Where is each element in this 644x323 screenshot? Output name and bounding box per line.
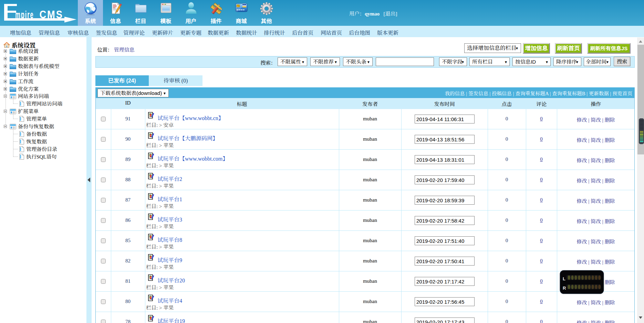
svg-text:CMS: CMS xyxy=(39,8,63,21)
svg-text:TG: TG xyxy=(237,5,239,7)
svg-text:mpire: mpire xyxy=(15,9,34,20)
